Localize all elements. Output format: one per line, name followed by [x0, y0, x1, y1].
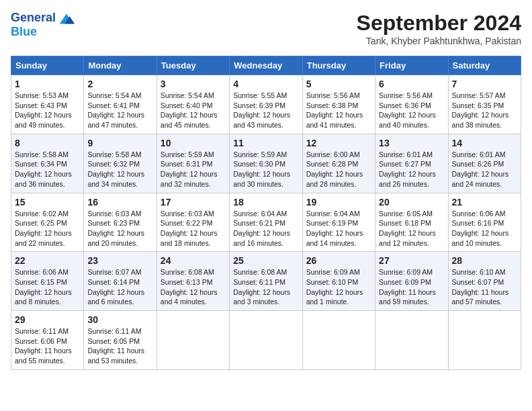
table-cell: 26Sunrise: 6:09 AMSunset: 6:10 PMDayligh…: [302, 252, 375, 311]
table-cell: 9Sunrise: 5:58 AMSunset: 6:32 PMDaylight…: [84, 134, 157, 193]
table-cell: 5Sunrise: 5:56 AMSunset: 6:38 PMDaylight…: [302, 75, 375, 134]
table-cell: 11Sunrise: 5:59 AMSunset: 6:30 PMDayligh…: [230, 134, 302, 193]
day-number: 14: [452, 138, 517, 148]
col-sunday: Sunday: [11, 56, 84, 75]
day-number: 29: [15, 314, 80, 325]
table-cell: 4Sunrise: 5:55 AMSunset: 6:39 PMDaylight…: [230, 75, 302, 134]
day-info: Sunrise: 6:07 AMSunset: 6:14 PMDaylight:…: [87, 267, 152, 307]
table-cell: 24Sunrise: 6:08 AMSunset: 6:13 PMDayligh…: [157, 252, 229, 311]
day-number: 15: [15, 197, 80, 208]
month-title: September 2024: [357, 11, 521, 36]
day-number: 30: [87, 314, 152, 325]
table-cell: 15Sunrise: 6:02 AMSunset: 6:25 PMDayligh…: [11, 193, 84, 252]
day-info: Sunrise: 6:04 AMSunset: 6:19 PMDaylight:…: [306, 209, 371, 248]
day-info: Sunrise: 5:53 AMSunset: 6:43 PMDaylight:…: [15, 91, 80, 130]
table-cell: 8Sunrise: 5:58 AMSunset: 6:34 PMDaylight…: [11, 134, 84, 193]
day-info: Sunrise: 6:10 AMSunset: 6:07 PMDaylight:…: [452, 267, 517, 307]
table-cell: [157, 311, 229, 370]
day-info: Sunrise: 6:11 AMSunset: 6:06 PMDaylight:…: [15, 326, 80, 366]
day-number: 11: [233, 138, 298, 148]
day-info: Sunrise: 6:09 AMSunset: 6:10 PMDaylight:…: [306, 267, 371, 307]
day-info: Sunrise: 5:57 AMSunset: 6:35 PMDaylight:…: [452, 91, 517, 130]
day-number: 28: [452, 255, 517, 266]
day-info: Sunrise: 6:06 AMSunset: 6:16 PMDaylight:…: [452, 209, 517, 248]
day-info: Sunrise: 6:04 AMSunset: 6:21 PMDaylight:…: [233, 209, 298, 248]
day-info: Sunrise: 6:01 AMSunset: 6:27 PMDaylight:…: [379, 150, 444, 189]
table-cell: 18Sunrise: 6:04 AMSunset: 6:21 PMDayligh…: [230, 193, 302, 252]
title-section: September 2024 Tank, Khyber Pakhtunkhwa,…: [357, 11, 521, 46]
day-number: 23: [87, 255, 152, 266]
day-info: Sunrise: 6:11 AMSunset: 6:05 PMDaylight:…: [87, 326, 152, 366]
col-friday: Friday: [375, 56, 448, 75]
day-info: Sunrise: 6:09 AMSunset: 6:09 PMDaylight:…: [379, 267, 444, 307]
logo: General Blue: [11, 11, 76, 39]
table-cell: 16Sunrise: 6:03 AMSunset: 6:23 PMDayligh…: [84, 193, 157, 252]
day-info: Sunrise: 5:58 AMSunset: 6:32 PMDaylight:…: [87, 150, 152, 189]
day-number: 19: [306, 197, 371, 208]
day-number: 7: [452, 79, 517, 89]
day-number: 4: [233, 79, 298, 89]
day-number: 24: [161, 255, 226, 266]
location-subtitle: Tank, Khyber Pakhtunkhwa, Pakistan: [357, 36, 521, 46]
col-wednesday: Wednesday: [230, 56, 302, 75]
day-info: Sunrise: 6:02 AMSunset: 6:25 PMDaylight:…: [15, 209, 80, 248]
day-number: 25: [233, 255, 298, 266]
day-number: 21: [452, 197, 517, 208]
day-info: Sunrise: 6:08 AMSunset: 6:11 PMDaylight:…: [233, 267, 298, 307]
table-cell: 3Sunrise: 5:54 AMSunset: 6:40 PMDaylight…: [157, 75, 229, 134]
logo-general: General: [11, 11, 56, 25]
table-cell: 13Sunrise: 6:01 AMSunset: 6:27 PMDayligh…: [375, 134, 448, 193]
table-cell: 28Sunrise: 6:10 AMSunset: 6:07 PMDayligh…: [448, 252, 521, 311]
day-number: 2: [87, 79, 152, 89]
day-info: Sunrise: 6:03 AMSunset: 6:22 PMDaylight:…: [161, 209, 226, 248]
day-number: 18: [233, 197, 298, 208]
table-cell: 14Sunrise: 6:01 AMSunset: 6:26 PMDayligh…: [448, 134, 521, 193]
table-cell: 29Sunrise: 6:11 AMSunset: 6:06 PMDayligh…: [11, 311, 84, 370]
day-info: Sunrise: 5:56 AMSunset: 6:38 PMDaylight:…: [306, 91, 371, 130]
day-number: 10: [161, 138, 226, 148]
table-cell: 10Sunrise: 5:59 AMSunset: 6:31 PMDayligh…: [157, 134, 229, 193]
table-cell: 20Sunrise: 6:05 AMSunset: 6:18 PMDayligh…: [375, 193, 448, 252]
logo-icon: [57, 11, 76, 26]
table-cell: 2Sunrise: 5:54 AMSunset: 6:41 PMDaylight…: [84, 75, 157, 134]
day-info: Sunrise: 5:54 AMSunset: 6:41 PMDaylight:…: [87, 91, 152, 130]
col-saturday: Saturday: [448, 56, 521, 75]
day-number: 17: [161, 197, 226, 208]
table-cell: 17Sunrise: 6:03 AMSunset: 6:22 PMDayligh…: [157, 193, 229, 252]
table-cell: [302, 311, 375, 370]
col-thursday: Thursday: [302, 56, 375, 75]
day-info: Sunrise: 5:58 AMSunset: 6:34 PMDaylight:…: [15, 150, 80, 189]
table-cell: 7Sunrise: 5:57 AMSunset: 6:35 PMDaylight…: [448, 75, 521, 134]
table-cell: [375, 311, 448, 370]
table-cell: 22Sunrise: 6:06 AMSunset: 6:15 PMDayligh…: [11, 252, 84, 311]
day-info: Sunrise: 6:00 AMSunset: 6:28 PMDaylight:…: [306, 150, 371, 189]
day-info: Sunrise: 5:59 AMSunset: 6:31 PMDaylight:…: [161, 150, 226, 189]
day-number: 20: [379, 197, 444, 208]
col-tuesday: Tuesday: [157, 56, 229, 75]
day-info: Sunrise: 5:54 AMSunset: 6:40 PMDaylight:…: [161, 91, 226, 130]
day-info: Sunrise: 6:01 AMSunset: 6:26 PMDaylight:…: [452, 150, 517, 189]
day-number: 1: [15, 79, 80, 89]
day-number: 22: [15, 255, 80, 266]
logo-blue: Blue: [11, 26, 76, 39]
day-info: Sunrise: 6:06 AMSunset: 6:15 PMDaylight:…: [15, 267, 80, 307]
day-number: 12: [306, 138, 371, 148]
table-cell: 23Sunrise: 6:07 AMSunset: 6:14 PMDayligh…: [84, 252, 157, 311]
day-number: 9: [87, 138, 152, 148]
table-cell: 19Sunrise: 6:04 AMSunset: 6:19 PMDayligh…: [302, 193, 375, 252]
table-cell: 12Sunrise: 6:00 AMSunset: 6:28 PMDayligh…: [302, 134, 375, 193]
day-info: Sunrise: 5:55 AMSunset: 6:39 PMDaylight:…: [233, 91, 298, 130]
day-number: 26: [306, 255, 371, 266]
day-info: Sunrise: 5:59 AMSunset: 6:30 PMDaylight:…: [233, 150, 298, 189]
day-info: Sunrise: 6:08 AMSunset: 6:13 PMDaylight:…: [161, 267, 226, 307]
table-cell: 21Sunrise: 6:06 AMSunset: 6:16 PMDayligh…: [448, 193, 521, 252]
day-number: 16: [87, 197, 152, 208]
table-cell: 1Sunrise: 5:53 AMSunset: 6:43 PMDaylight…: [11, 75, 84, 134]
table-cell: 27Sunrise: 6:09 AMSunset: 6:09 PMDayligh…: [375, 252, 448, 311]
day-number: 8: [15, 138, 80, 148]
table-cell: 6Sunrise: 5:56 AMSunset: 6:36 PMDaylight…: [375, 75, 448, 134]
col-monday: Monday: [84, 56, 157, 75]
day-number: 6: [379, 79, 444, 89]
day-number: 27: [379, 255, 444, 266]
day-number: 3: [161, 79, 226, 89]
